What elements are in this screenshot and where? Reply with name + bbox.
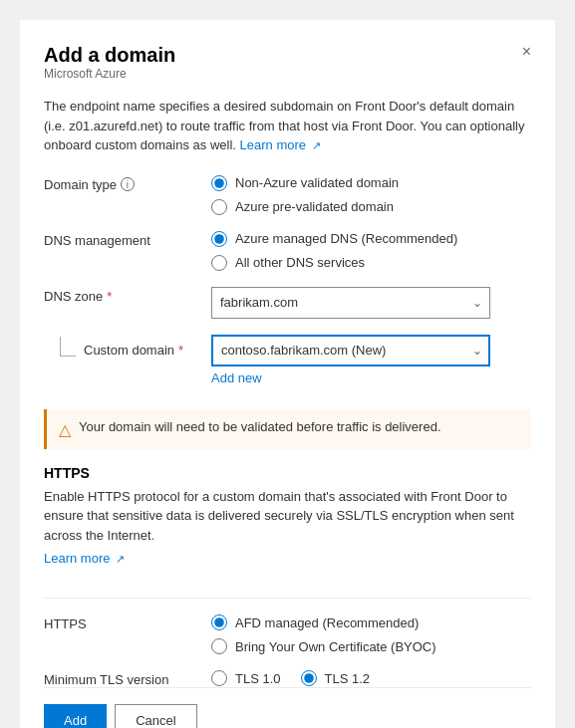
title-area: Add a domain Microsoft Azure: [44, 44, 175, 93]
custom-domain-row: Custom domain * contoso.fabrikam.com (Ne…: [44, 335, 531, 385]
tree-line: [60, 337, 76, 357]
dns-management-azure-label: Azure managed DNS (Recommended): [235, 231, 457, 246]
add-new-link[interactable]: Add new: [211, 370, 490, 385]
https-radio-byoc[interactable]: [211, 638, 227, 654]
dns-zone-select[interactable]: fabrikam.com: [211, 287, 490, 319]
dns-management-radio-group: Azure managed DNS (Recommended) All othe…: [211, 231, 457, 271]
dns-zone-label: DNS zone *: [44, 287, 203, 304]
domain-type-option-non-azure[interactable]: Non-Azure validated domain: [211, 175, 399, 191]
https-learn-more-link[interactable]: Learn more ↗: [44, 551, 125, 566]
custom-domain-select[interactable]: contoso.fabrikam.com (New): [211, 335, 490, 366]
https-description: Enable HTTPS protocol for a custom domai…: [44, 487, 531, 546]
domain-type-label: Domain type i: [44, 175, 203, 192]
custom-domain-label-wrapper: Custom domain *: [60, 335, 203, 358]
dns-management-option-azure[interactable]: Azure managed DNS (Recommended): [211, 231, 457, 247]
form-section: Domain type i Non-Azure validated domain…: [44, 175, 531, 385]
https-radio-group: AFD managed (Recommended) Bring Your Own…: [211, 614, 436, 654]
dns-management-other-label: All other DNS services: [235, 255, 365, 270]
https-byoc-label: Bring Your Own Certificate (BYOC): [235, 639, 436, 654]
https-field-row: HTTPS AFD managed (Recommended) Bring Yo…: [44, 614, 531, 654]
https-form-section: HTTPS AFD managed (Recommended) Bring Yo…: [44, 614, 531, 687]
domain-type-non-azure-label: Non-Azure validated domain: [235, 175, 399, 190]
warning-icon: △: [59, 420, 71, 439]
dns-zone-select-area: fabrikam.com ⌄: [211, 287, 490, 319]
dialog-footer: Add Cancel: [44, 687, 531, 728]
https-option-byoc[interactable]: Bring Your Own Certificate (BYOC): [211, 638, 436, 654]
dns-management-label: DNS management: [44, 231, 203, 248]
https-option-afd-managed[interactable]: AFD managed (Recommended): [211, 614, 436, 630]
custom-domain-select-wrapper: contoso.fabrikam.com (New) ⌄: [211, 335, 490, 366]
https-external-link-icon: ↗: [116, 553, 125, 565]
tls-option-10[interactable]: TLS 1.0: [211, 670, 281, 686]
dns-management-radio-azure[interactable]: [211, 231, 227, 247]
https-radio-afd-managed[interactable]: [211, 614, 227, 630]
domain-type-radio-non-azure[interactable]: [211, 175, 227, 191]
dns-zone-select-wrapper: fabrikam.com ⌄: [211, 287, 490, 319]
tls-radio-12[interactable]: [301, 670, 317, 686]
tls-radio-group: TLS 1.0 TLS 1.2: [211, 670, 370, 686]
add-domain-dialog: Add a domain Microsoft Azure × The endpo…: [20, 20, 555, 728]
dns-management-radio-other[interactable]: [211, 255, 227, 271]
description-learn-more-link[interactable]: Learn more ↗: [240, 137, 321, 152]
close-button[interactable]: ×: [522, 44, 531, 60]
dns-management-option-other[interactable]: All other DNS services: [211, 255, 457, 271]
tls-option-12[interactable]: TLS 1.2: [301, 670, 371, 686]
add-button[interactable]: Add: [44, 704, 107, 728]
dialog-header: Add a domain Microsoft Azure ×: [44, 44, 531, 93]
custom-domain-label: Custom domain *: [84, 337, 183, 358]
domain-type-radio-group: Non-Azure validated domain Azure pre-val…: [211, 175, 399, 215]
external-link-icon: ↗: [312, 139, 321, 151]
tls-version-label: Minimum TLS version: [44, 670, 203, 687]
tls-version-row: Minimum TLS version TLS 1.0 TLS 1.2: [44, 670, 531, 687]
divider: [44, 598, 531, 599]
dialog-subtitle: Microsoft Azure: [44, 67, 175, 81]
domain-type-azure-label: Azure pre-validated domain: [235, 199, 394, 214]
tls-10-label: TLS 1.0: [235, 671, 281, 686]
https-field-label: HTTPS: [44, 614, 203, 631]
description-text: The endpoint name specifies a desired su…: [44, 97, 531, 155]
warning-text: Your domain will need to be validated be…: [79, 419, 441, 434]
https-section: HTTPS Enable HTTPS protocol for a custom…: [44, 465, 531, 567]
domain-type-row: Domain type i Non-Azure validated domain…: [44, 175, 531, 215]
dns-management-row: DNS management Azure managed DNS (Recomm…: [44, 231, 531, 271]
https-title: HTTPS: [44, 465, 531, 481]
custom-domain-select-area: contoso.fabrikam.com (New) ⌄ Add new: [211, 335, 490, 385]
tree-indent: [60, 337, 80, 357]
https-afd-managed-label: AFD managed (Recommended): [235, 615, 419, 630]
domain-type-option-azure[interactable]: Azure pre-validated domain: [211, 199, 399, 215]
dns-zone-row: DNS zone * fabrikam.com ⌄: [44, 287, 531, 319]
custom-domain-required: *: [178, 343, 183, 358]
domain-type-radio-azure[interactable]: [211, 199, 227, 215]
dns-zone-required: *: [107, 289, 112, 304]
tls-12-label: TLS 1.2: [325, 671, 371, 686]
tls-radio-10[interactable]: [211, 670, 227, 686]
dialog-title: Add a domain: [44, 44, 175, 67]
domain-type-info-icon[interactable]: i: [121, 177, 135, 191]
cancel-button[interactable]: Cancel: [115, 704, 196, 728]
warning-box: △ Your domain will need to be validated …: [44, 409, 531, 449]
